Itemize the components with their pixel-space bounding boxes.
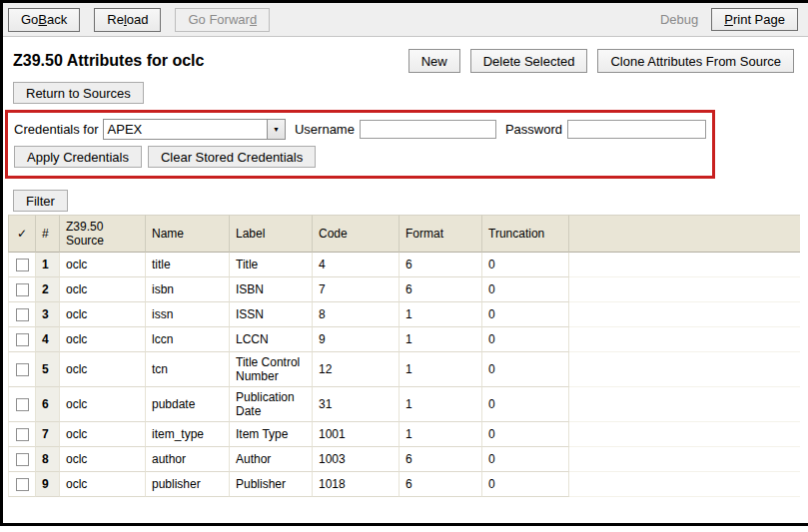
cell-truncation: 0: [482, 352, 569, 387]
table-header-row: ✓ # Z39.50 Source Name Label Code Format…: [8, 215, 800, 253]
credentials-buttons-row: Apply Credentials Clear Stored Credentia…: [14, 146, 706, 168]
label-part: ack: [47, 12, 67, 27]
cell-source: oclc: [60, 387, 146, 422]
password-label: Password: [505, 122, 562, 137]
apply-credentials-button[interactable]: Apply Credentials: [14, 146, 142, 168]
return-to-sources-button[interactable]: Return to Sources: [13, 82, 144, 104]
filter-button[interactable]: Filter: [13, 190, 68, 212]
cell-format: 1: [400, 352, 482, 387]
row-checkbox[interactable]: [16, 398, 29, 411]
column-header-filler: [569, 215, 800, 253]
cell-code: 1018: [313, 472, 400, 497]
table-row: 6oclcpubdatePublication Date3110: [8, 387, 800, 422]
label-part: oad: [127, 12, 149, 27]
new-button[interactable]: New: [408, 49, 460, 73]
row-checkbox[interactable]: [16, 478, 29, 491]
table-row: 3oclcissnISSN810: [8, 302, 800, 327]
cell-source: oclc: [60, 327, 146, 352]
selected-source-value: APEX: [104, 120, 267, 139]
cell-source: oclc: [60, 472, 146, 497]
attributes-table: ✓ # Z39.50 Source Name Label Code Format…: [8, 215, 800, 497]
label-accesskey: B: [38, 12, 47, 27]
cell-num: 6: [36, 387, 60, 422]
cell-truncation: 0: [482, 422, 569, 447]
cell-code: 12: [313, 352, 400, 387]
row-checkbox[interactable]: [16, 363, 29, 376]
cell-code: 31: [313, 387, 400, 422]
row-select-cell: [8, 447, 36, 472]
cell-truncation: 0: [482, 302, 569, 327]
cell-source: oclc: [60, 302, 146, 327]
username-input[interactable]: [360, 120, 496, 139]
print-page-button[interactable]: Print Page: [711, 8, 798, 31]
cell-format: 1: [400, 302, 482, 327]
navigation-toolbar: Go Back Reload Go Forward Debug Print Pa…: [3, 3, 808, 37]
row-select-cell: [8, 387, 36, 422]
cell-name: issn: [146, 302, 230, 327]
cell-name: publisher: [146, 472, 230, 497]
row-filler-cell: [569, 253, 800, 277]
credentials-for-label: Credentials for: [14, 122, 99, 137]
column-header-name[interactable]: Name: [146, 215, 230, 253]
username-label: Username: [295, 122, 355, 137]
column-header-source[interactable]: Z39.50 Source: [60, 215, 146, 253]
row-checkbox[interactable]: [16, 428, 29, 441]
cell-label: ISBN: [230, 277, 313, 302]
column-header-number[interactable]: #: [36, 215, 60, 253]
page-content: Z39.50 Attributes for oclc New Delete Se…: [3, 49, 808, 497]
row-checkbox[interactable]: [16, 259, 29, 271]
label-part: rint Page: [733, 12, 785, 27]
column-header-select[interactable]: ✓: [8, 215, 36, 253]
cell-num: 1: [36, 253, 60, 277]
column-header-code[interactable]: Code: [313, 215, 400, 253]
column-header-format[interactable]: Format: [400, 215, 482, 253]
cell-code: 9: [313, 327, 400, 352]
table-row: 2oclcisbnISBN760: [8, 277, 800, 302]
cell-num: 8: [36, 447, 60, 472]
go-back-button[interactable]: Go Back: [8, 8, 80, 32]
clone-attributes-button[interactable]: Clone Attributes From Source: [597, 49, 794, 73]
row-filler-cell: [569, 472, 800, 497]
label-accesskey: d: [250, 12, 257, 27]
row-checkbox[interactable]: [16, 333, 29, 346]
table-row: 5oclctcnTitle Control Number1210: [8, 352, 800, 387]
cell-name: lccn: [146, 327, 230, 352]
cell-code: 8: [313, 302, 400, 327]
cell-truncation: 0: [482, 253, 569, 277]
cell-code: 4: [313, 253, 400, 277]
cell-source: oclc: [60, 253, 146, 277]
cell-num: 7: [36, 422, 60, 447]
label-part: Go Forwar: [188, 12, 249, 27]
row-filler-cell: [569, 277, 800, 302]
row-select-cell: [8, 327, 36, 352]
chevron-down-icon: ▼: [273, 126, 280, 133]
row-checkbox[interactable]: [16, 308, 29, 321]
table-row: 7oclcitem_typeItem Type100110: [8, 422, 800, 447]
row-filler-cell: [569, 387, 800, 422]
row-select-cell: [8, 253, 36, 277]
cell-label: Item Type: [230, 422, 313, 447]
row-select-cell: [8, 302, 36, 327]
cell-code: 1003: [313, 447, 400, 472]
delete-selected-button[interactable]: Delete Selected: [470, 49, 588, 73]
table-row: 4oclclccnLCCN910: [8, 327, 800, 352]
credentials-source-select[interactable]: APEX ▼: [103, 119, 286, 140]
clear-stored-credentials-button[interactable]: Clear Stored Credentials: [148, 146, 316, 168]
reload-button[interactable]: Reload: [94, 8, 161, 32]
cell-format: 6: [400, 447, 482, 472]
row-filler-cell: [569, 352, 800, 387]
cell-format: 1: [400, 387, 482, 422]
cell-name: tcn: [146, 352, 230, 387]
cell-num: 2: [36, 277, 60, 302]
dropdown-arrow-button[interactable]: ▼: [267, 120, 285, 139]
table-row: 1oclctitleTitle460: [8, 253, 800, 277]
cell-name: title: [146, 253, 230, 277]
column-header-truncation[interactable]: Truncation: [482, 215, 569, 253]
row-checkbox[interactable]: [16, 453, 29, 466]
cell-label: Title: [230, 253, 313, 277]
password-input[interactable]: [567, 120, 706, 139]
column-header-label[interactable]: Label: [230, 215, 313, 253]
row-checkbox[interactable]: [16, 283, 29, 296]
action-buttons: New Delete Selected Clone Attributes Fro…: [408, 49, 794, 73]
table-row: 8oclcauthorAuthor100360: [8, 447, 800, 472]
